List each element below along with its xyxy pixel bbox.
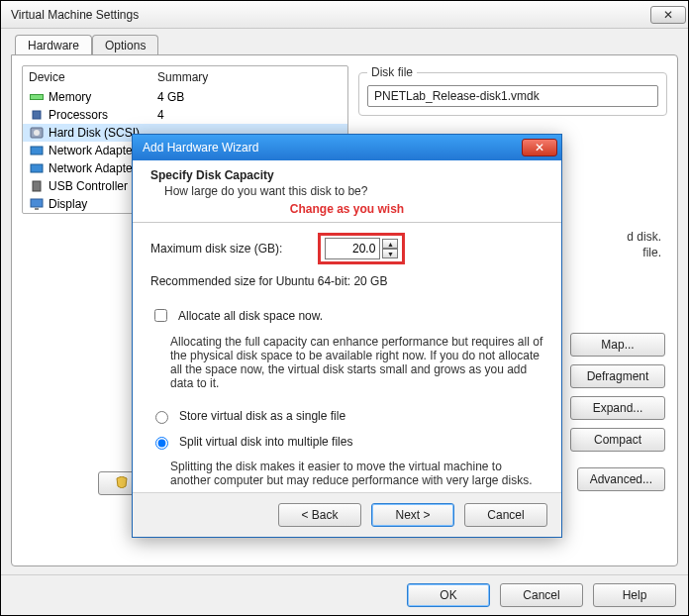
device-summary: 4 GB (157, 90, 342, 104)
svg-rect-1 (31, 95, 43, 99)
disk-file-field[interactable] (367, 85, 658, 107)
window-title: Virtual Machine Settings (11, 8, 648, 22)
svg-rect-6 (31, 164, 43, 172)
spin-down-button[interactable]: ▼ (382, 249, 398, 258)
wizard-buttons: < Back Next > Cancel (133, 492, 561, 537)
nic-icon (29, 144, 45, 157)
disk-file-legend: Disk file (367, 65, 417, 79)
svg-rect-5 (31, 147, 43, 154)
usb-icon (29, 179, 45, 193)
shield-icon (116, 476, 128, 491)
allocate-help-text: Allocating the full capacity can enhance… (170, 335, 543, 390)
allocate-now-checkbox[interactable] (154, 309, 167, 322)
svg-rect-7 (33, 181, 41, 191)
info-text-fragment: file. (642, 246, 661, 259)
single-file-row[interactable]: Store virtual disk as a single file (150, 408, 543, 424)
wizard-body: Maximum disk size (GB): ▲ ▼ Recommended … (133, 223, 561, 492)
wizard-title: Add Hardware Wizard (143, 141, 522, 154)
split-files-label: Split virtual disk into multiple files (179, 435, 352, 449)
ok-button[interactable]: OK (407, 583, 490, 607)
tab-hardware[interactable]: Hardware (15, 35, 92, 55)
settings-window: Virtual Machine Settings ✕ Hardware Opti… (0, 0, 689, 616)
device-name: Processors (49, 108, 108, 122)
svg-rect-2 (33, 111, 41, 119)
titlebar: Virtual Machine Settings ✕ (1, 1, 688, 29)
single-file-radio[interactable] (155, 411, 168, 424)
device-row[interactable]: Memory 4 GB (23, 88, 347, 106)
info-text-fragment: d disk. (627, 230, 661, 244)
device-name: Network Adapter (49, 161, 137, 175)
allocate-row[interactable]: Allocate all disk space now. (150, 306, 543, 325)
device-name: Network Adapter (49, 144, 137, 157)
split-files-radio[interactable] (155, 437, 168, 450)
max-size-row: Maximum disk size (GB): ▲ ▼ (150, 233, 543, 264)
display-icon (29, 197, 45, 211)
wizard-cancel-button[interactable]: Cancel (464, 503, 547, 527)
svg-point-4 (34, 130, 40, 136)
tab-strip: Hardware Options (11, 35, 678, 55)
device-name: Hard Disk (SCSI) (49, 126, 140, 140)
disk-file-group: Disk file (358, 65, 667, 116)
annotation-highlight: ▲ ▼ (318, 233, 405, 264)
allocate-now-label: Allocate all disk space now. (178, 309, 323, 323)
add-hardware-wizard: Add Hardware Wizard ✕ Specify Disk Capac… (132, 134, 562, 538)
wizard-heading: Specify Disk Capacity (150, 168, 543, 182)
wizard-header: Specify Disk Capacity How large do you w… (133, 160, 561, 223)
col-summary: Summary (157, 70, 208, 84)
wizard-titlebar: Add Hardware Wizard ✕ (133, 135, 561, 160)
dialog-buttons: OK Cancel Help (1, 574, 688, 615)
single-file-label: Store virtual disk as a single file (179, 409, 345, 423)
help-button[interactable]: Help (593, 583, 676, 607)
svg-rect-8 (31, 199, 43, 207)
disk-icon (29, 126, 45, 140)
cpu-icon (29, 108, 45, 122)
wizard-subheading: How large do you want this disk to be? (164, 184, 543, 198)
device-summary: 4 (157, 108, 342, 122)
spin-up-button[interactable]: ▲ (382, 239, 398, 249)
back-button[interactable]: < Back (278, 503, 361, 527)
recommended-text: Recommended size for Ubuntu 64-bit: 20 G… (150, 274, 543, 288)
device-name: Display (49, 197, 87, 211)
map-button[interactable]: Map... (570, 333, 665, 357)
annotation-text: Change as you wish (150, 202, 543, 216)
nic-icon (29, 161, 45, 175)
compact-button[interactable]: Compact (570, 428, 665, 452)
tab-options[interactable]: Options (92, 35, 158, 55)
advanced-button[interactable]: Advanced... (577, 467, 665, 491)
device-list-header: Device Summary (23, 66, 347, 88)
max-size-input[interactable] (325, 238, 380, 259)
split-help-text: Splitting the disk makes it easier to mo… (170, 460, 543, 487)
max-size-label: Maximum disk size (GB): (150, 242, 282, 256)
close-icon: ✕ (535, 141, 544, 154)
next-button[interactable]: Next > (371, 503, 454, 527)
wizard-close-button[interactable]: ✕ (522, 139, 557, 156)
svg-rect-9 (35, 208, 39, 210)
spin-buttons: ▲ ▼ (382, 238, 398, 259)
memory-icon (29, 90, 45, 104)
device-row[interactable]: Processors 4 (23, 106, 347, 124)
window-close-button[interactable]: ✕ (650, 6, 686, 24)
split-files-row[interactable]: Split virtual disk into multiple files (150, 434, 543, 450)
close-icon: ✕ (663, 8, 673, 22)
device-name: Memory (49, 90, 91, 104)
disk-utility-buttons: Map... Defragment Expand... Compact (570, 333, 665, 452)
cancel-button[interactable]: Cancel (500, 583, 583, 607)
defragment-button[interactable]: Defragment (570, 364, 665, 388)
expand-button[interactable]: Expand... (570, 396, 665, 420)
device-name: USB Controller (49, 179, 128, 193)
col-device: Device (29, 70, 157, 84)
